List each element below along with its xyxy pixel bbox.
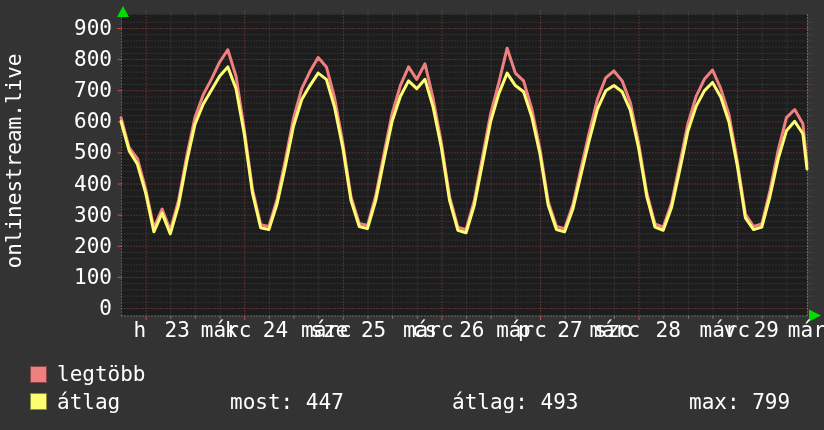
y-tick-label: 500: [74, 142, 112, 163]
y-tick-label: 200: [74, 235, 112, 256]
legend-swatch-max-icon: [30, 366, 47, 383]
x-date-label: 29: [754, 320, 779, 341]
y-tick-label: 300: [74, 204, 112, 225]
x-date-label: 26: [459, 320, 484, 341]
x-weekday-label: v: [723, 320, 736, 341]
y-tick-label: 400: [74, 173, 112, 194]
chart-vertical-title: onlinestream.live: [4, 54, 25, 269]
graph-page: { "title_vertical": "onlinestream.live",…: [0, 0, 824, 430]
x-date-label: 23: [165, 320, 190, 341]
legend-item-max: [30, 366, 47, 383]
x-weekday-label: h: [134, 320, 147, 341]
y-tick-label: 600: [74, 111, 112, 132]
y-tick-label: 800: [74, 49, 112, 70]
stat-max: max: 799: [689, 392, 790, 413]
x-weekday-label: szo: [595, 320, 633, 341]
legend-label-max: legtöbb: [57, 364, 146, 385]
x-weekday-label: sze: [310, 320, 348, 341]
x-month-label: márc: [788, 320, 824, 341]
legend-item-avg: [30, 393, 47, 410]
stat-most: most: 447: [230, 392, 344, 413]
x-date-label: 25: [361, 320, 386, 341]
y-tick-label: 0: [99, 298, 112, 319]
x-weekday-label: p: [518, 320, 531, 341]
x-weekday-label: cs: [412, 320, 437, 341]
legend-label-avg: átlag: [57, 392, 120, 413]
x-date-label: 28: [656, 320, 681, 341]
x-weekday-label: k: [225, 320, 238, 341]
legend-swatch-avg-icon: [30, 393, 47, 410]
x-date-label: 24: [263, 320, 288, 341]
stat-atlag: átlag: 493: [452, 392, 578, 413]
x-date-label: 27: [557, 320, 582, 341]
y-tick-label: 100: [74, 266, 112, 287]
y-tick-label: 700: [74, 80, 112, 101]
y-tick-label: 900: [74, 18, 112, 39]
